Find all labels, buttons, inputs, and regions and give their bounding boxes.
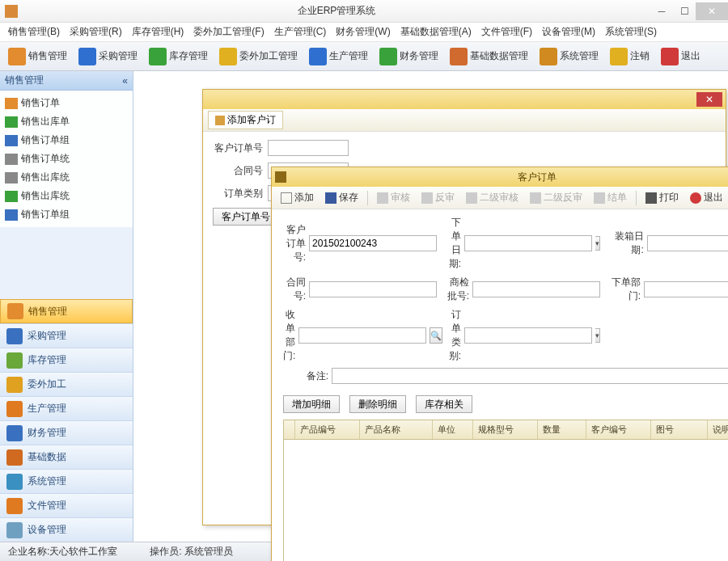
tb-unaudit2[interactable]: 二级反审: [526, 189, 586, 206]
tree-item-6[interactable]: 销售订单组: [2, 205, 131, 224]
toolbar-6[interactable]: 基础数据管理: [445, 46, 533, 67]
main-toolbar: 销售管理采购管理库存管理委外加工管理生产管理财务管理基础数据管理系统管理注销退出: [0, 42, 728, 71]
tb-audit2[interactable]: 二级审核: [462, 189, 523, 206]
tb-unaudit[interactable]: 反审: [417, 189, 459, 206]
inspect-input[interactable]: [472, 281, 600, 297]
add-detail-button[interactable]: 增加明细: [283, 395, 340, 413]
menu-purchase[interactable]: 采购管理(R): [66, 23, 125, 40]
child-window-customer-order: 客户订单 ✕ 添加 保存 审核 反审 二级审核 二级反审 结单 打印 退出 客户…: [271, 167, 728, 561]
cw1-orderno-input[interactable]: [268, 140, 349, 156]
maximize-button[interactable]: ☐: [673, 2, 696, 20]
grid-col-8[interactable]: 说明: [708, 420, 728, 439]
tb-save[interactable]: 保存: [321, 189, 362, 206]
toolbar-8[interactable]: 注销: [605, 46, 654, 67]
grid-col-5[interactable]: 数量: [538, 420, 586, 439]
packdate-input[interactable]: [647, 235, 728, 251]
grid-header: 产品编号产品名称单位规格型号数量客户编号图号说明: [284, 420, 728, 440]
menu-basedata[interactable]: 基础数据管理(A): [397, 23, 475, 40]
toolbar-2[interactable]: 库存管理: [144, 46, 213, 67]
nav-item-3[interactable]: 委外加工: [0, 372, 133, 396]
nav-item-7[interactable]: 系统管理: [0, 469, 133, 493]
menu-production[interactable]: 生产管理(C): [271, 23, 330, 40]
tb-add[interactable]: 添加: [277, 189, 318, 206]
nav-item-4[interactable]: 生产管理: [0, 396, 133, 420]
orderno-input[interactable]: [309, 235, 437, 251]
tb-audit[interactable]: 审核: [373, 189, 414, 206]
cw1-close-button[interactable]: ✕: [696, 92, 722, 107]
toolbar-4[interactable]: 生产管理: [304, 46, 373, 67]
orderdate-dropdown-icon[interactable]: ▾: [595, 236, 600, 251]
orderdate-input[interactable]: [464, 235, 592, 251]
remark-input[interactable]: [332, 368, 728, 384]
nav-icon: [6, 449, 23, 466]
ordertype-input[interactable]: [464, 327, 592, 344]
cw1-contract-label: 合同号: [213, 164, 263, 178]
menu-sales[interactable]: 销售管理(B): [5, 23, 63, 40]
tb-print[interactable]: 打印: [641, 189, 683, 206]
nav-item-8[interactable]: 文件管理: [0, 493, 133, 517]
toolbar-1[interactable]: 采购管理: [74, 46, 142, 67]
toolbar-icon-1: [78, 48, 96, 65]
tree-item-3[interactable]: 销售订单统: [2, 150, 131, 168]
tree-item-5[interactable]: 销售出库统: [2, 187, 131, 205]
toolbar-icon-2: [149, 48, 167, 65]
toolbar-7[interactable]: 系统管理: [535, 46, 603, 67]
sidebar-collapse-icon[interactable]: «: [122, 75, 128, 86]
cw1-tabbar: 添加客户订: [203, 109, 726, 132]
tree-icon: [5, 116, 18, 128]
contract-label: 合同号:: [283, 276, 306, 303]
menu-device[interactable]: 设备管理(M): [539, 23, 599, 40]
tb-close-order[interactable]: 结单: [590, 189, 631, 206]
tree-item-1[interactable]: 销售出库单: [2, 112, 131, 131]
nav-item-5[interactable]: 财务管理: [0, 420, 133, 445]
status-company: 企业名称:天心软件工作室: [8, 545, 117, 559]
tb-exit[interactable]: 退出: [686, 189, 727, 206]
close-order-icon: [594, 192, 605, 204]
toolbar-3[interactable]: 委外加工管理: [214, 46, 303, 67]
grid-col-1[interactable]: 产品编号: [295, 420, 360, 439]
cw1-titlebar[interactable]: ✕: [203, 90, 726, 109]
del-detail-button[interactable]: 删除明细: [349, 395, 406, 413]
grid-col-4[interactable]: 规格型号: [473, 420, 538, 439]
toolbar-icon-6: [450, 48, 468, 65]
nav-item-2[interactable]: 库存管理: [0, 348, 133, 372]
grid-col-0[interactable]: [284, 420, 295, 439]
nav-item-9[interactable]: 设备管理: [0, 517, 133, 542]
audit-icon: [377, 192, 388, 204]
nav-item-1[interactable]: 采购管理: [0, 323, 133, 348]
menu-system[interactable]: 系统管理(S): [602, 23, 660, 40]
toolbar-9[interactable]: 退出: [656, 46, 705, 67]
menu-file[interactable]: 文件管理(F): [478, 23, 535, 40]
toolbar-5[interactable]: 财务管理: [375, 46, 443, 67]
toolbar-0[interactable]: 销售管理: [3, 46, 72, 67]
grid-col-2[interactable]: 产品名称: [360, 420, 433, 439]
minimize-button[interactable]: ─: [650, 2, 673, 20]
recvdept-input[interactable]: [298, 327, 426, 344]
stock-button[interactable]: 库存相关: [416, 395, 472, 413]
tree-icon: [5, 154, 18, 165]
nav-item-0[interactable]: 销售管理: [0, 299, 133, 323]
grid-col-6[interactable]: 客户编号: [586, 420, 651, 439]
contract-input[interactable]: [309, 281, 437, 297]
toolbar-icon-4: [309, 48, 327, 65]
grid-col-7[interactable]: 图号: [651, 420, 708, 439]
nav-icon: [6, 328, 23, 344]
cw2-titlebar[interactable]: 客户订单 ✕: [272, 167, 728, 187]
menu-outsource[interactable]: 委外加工管理(F): [190, 23, 267, 40]
ordertype-dropdown-icon[interactable]: ▾: [595, 328, 600, 343]
close-button[interactable]: ✕: [696, 2, 728, 20]
nav-item-6[interactable]: 基础数据: [0, 445, 133, 469]
grid-col-3[interactable]: 单位: [433, 420, 473, 439]
detail-grid[interactable]: 产品编号产品名称单位规格型号数量客户编号图号说明: [283, 420, 728, 561]
recvdept-lookup-button[interactable]: 🔍: [430, 327, 442, 344]
dept-input[interactable]: [644, 281, 728, 297]
menu-inventory[interactable]: 库存管理(H): [129, 23, 188, 40]
cw1-tab[interactable]: 添加客户订: [208, 111, 283, 129]
tree-item-0[interactable]: 销售订单: [2, 94, 131, 112]
tree-item-4[interactable]: 销售出库统: [2, 168, 131, 187]
menu-finance[interactable]: 财务管理(W): [332, 23, 393, 40]
cw1-query-button[interactable]: 客户订单号: [213, 208, 279, 226]
sidebar-title: 销售管理: [5, 74, 44, 87]
tree-item-2[interactable]: 销售订单组: [2, 131, 131, 150]
ordertype-label: 订单类别:: [447, 308, 461, 363]
